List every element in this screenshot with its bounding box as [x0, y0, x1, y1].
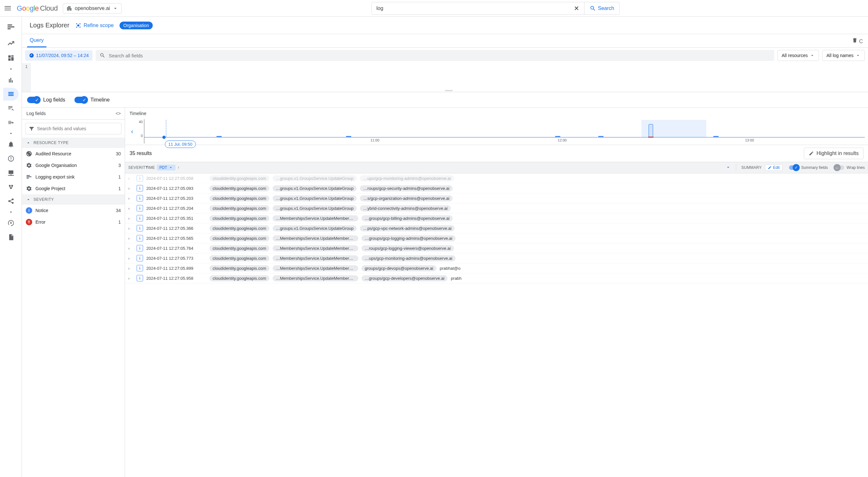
- resource-pill[interactable]: …ups/gcp-monitoring-admins@openobserve.a…: [360, 175, 454, 181]
- method-pill[interactable]: …groups.v1.GroupsService.UpdateGroup: [273, 195, 357, 202]
- highlight-button[interactable]: Highlight in results: [804, 148, 864, 159]
- expand-row-icon[interactable]: ›: [128, 186, 133, 191]
- method-pill[interactable]: …groups.v1.GroupsService.UpdateGroup: [273, 175, 357, 181]
- nav-metrics-icon[interactable]: [3, 37, 19, 50]
- service-pill[interactable]: cloudidentity.googleapis.com: [210, 235, 269, 241]
- method-pill[interactable]: …MembershipsService.UpdateMembership: [273, 235, 358, 241]
- service-pill[interactable]: cloudidentity.googleapis.com: [210, 255, 269, 261]
- timeline-bar[interactable]: [598, 136, 603, 137]
- refine-scope-button[interactable]: Refine scope: [75, 22, 114, 29]
- log-row[interactable]: ›i2024-07-11 12:27:05.204cloudidentity.g…: [125, 203, 868, 213]
- nav-log-analytics-icon[interactable]: [3, 102, 19, 115]
- wrap-lines-toggle[interactable]: [835, 165, 844, 170]
- field-item[interactable]: Logging export sink1: [22, 171, 125, 183]
- nav-logging-icon[interactable]: [2, 19, 20, 35]
- expand-row-icon[interactable]: ›: [128, 226, 133, 231]
- expand-row-icon[interactable]: ›: [128, 176, 133, 181]
- global-search-input[interactable]: [372, 2, 569, 14]
- log-row[interactable]: ›i2024-07-11 12:27:05.565cloudidentity.g…: [125, 233, 868, 243]
- method-pill[interactable]: …MembershipsService.UpdateMembership: [273, 265, 358, 271]
- time-range-button[interactable]: 11/07/2024, 09:52 – 14:24: [25, 50, 92, 61]
- clear-search-icon[interactable]: ✕: [569, 2, 584, 14]
- log-row[interactable]: ›i2024-07-11 12:27:05.773cloudidentity.g…: [125, 253, 868, 263]
- search-all-fields[interactable]: [96, 50, 774, 61]
- log-row[interactable]: ›i2024-07-11 12:27:05.093cloudidentity.g…: [125, 183, 868, 193]
- expand-row-icon[interactable]: ›: [128, 196, 133, 201]
- resource-pill[interactable]: …ups/gcp-monitoring-admins@openobserve.a…: [362, 255, 456, 261]
- timeline-plot[interactable]: 11 Jul, 09:50 11:00 12:00 13:00: [144, 119, 865, 143]
- expand-row-icon[interactable]: ›: [128, 266, 133, 271]
- fields-search[interactable]: [25, 123, 121, 135]
- resource-pill[interactable]: groups/gcp-devops@openobserve.ai: [362, 265, 437, 271]
- nav-bars-icon[interactable]: [3, 73, 19, 86]
- service-pill[interactable]: cloudidentity.googleapis.com: [210, 185, 269, 191]
- nav-bell-icon[interactable]: [3, 138, 19, 151]
- service-pill[interactable]: cloudidentity.googleapis.com: [210, 175, 269, 181]
- clear-query-button[interactable]: C: [852, 37, 863, 44]
- nav-uptime-icon[interactable]: [3, 152, 19, 165]
- resource-pill[interactable]: …ps/gcp-vpc-network-admins@openobserve.a…: [360, 225, 455, 231]
- method-pill[interactable]: …MembershipsService.UpdateMembership: [273, 255, 358, 261]
- method-pill[interactable]: …MembershipsService.UpdateMembership: [273, 275, 358, 281]
- nav-import-icon[interactable]: [3, 216, 19, 230]
- project-picker[interactable]: openobserve.ai: [63, 3, 122, 13]
- nav-monitor-icon[interactable]: [3, 166, 19, 179]
- service-pill[interactable]: cloudidentity.googleapis.com: [210, 265, 269, 271]
- nav-groups-icon[interactable]: [3, 180, 19, 193]
- summary-fields-toggle[interactable]: [789, 165, 799, 170]
- method-pill[interactable]: …groups.v1.GroupsService.UpdateGroup: [273, 185, 357, 191]
- resources-dropdown[interactable]: All resources: [777, 50, 819, 61]
- resource-pill[interactable]: …groups/gcp-billing-admins@openobserve.a…: [362, 215, 453, 221]
- log-row[interactable]: ›i2024-07-11 12:27:05.958cloudidentity.g…: [125, 273, 868, 283]
- service-pill[interactable]: cloudidentity.googleapis.com: [210, 205, 269, 211]
- resource-pill[interactable]: …groups/gcp-developers@openobserve.ai: [362, 275, 447, 281]
- timeline-bar[interactable]: [555, 136, 560, 137]
- timeline-bar-selected[interactable]: [649, 124, 653, 137]
- expand-row-icon[interactable]: ›: [128, 256, 133, 261]
- timeline-prev-icon[interactable]: ‹: [128, 119, 136, 143]
- query-editor[interactable]: 1: [22, 63, 868, 92]
- service-pill[interactable]: cloudidentity.googleapis.com: [210, 215, 269, 221]
- field-item[interactable]: !!Error1: [22, 216, 125, 228]
- fields-search-input[interactable]: [37, 126, 118, 131]
- expand-row-icon[interactable]: ›: [128, 216, 133, 221]
- expand-row-icon[interactable]: ›: [128, 276, 133, 281]
- method-pill[interactable]: …groups.v1.GroupsService.UpdateGroup: [273, 205, 357, 211]
- sort-asc-icon[interactable]: ↑: [178, 165, 180, 170]
- field-item[interactable]: iNotice34: [22, 205, 125, 216]
- nav-links-icon[interactable]: [3, 195, 19, 208]
- nav-router-icon[interactable]: [3, 116, 19, 129]
- method-pill[interactable]: …MembershipsService.UpdateMembership: [273, 215, 358, 221]
- timeline-chart[interactable]: ‹ 40 0 11 Jul, 09:50: [125, 119, 868, 145]
- log-row[interactable]: ›i2024-07-11 12:27:05.058cloudidentity.g…: [125, 173, 868, 183]
- service-pill[interactable]: cloudidentity.googleapis.com: [210, 275, 269, 281]
- timeline-toggle[interactable]: ✓: [74, 97, 87, 103]
- resource-pill[interactable]: …roups/gcp-security-admins@openobserve.a…: [360, 185, 453, 191]
- resource-pill[interactable]: …roups/gcp-logging-viewers@openobserve.a…: [362, 245, 454, 251]
- log-row[interactable]: ›i2024-07-11 12:27:05.366cloudidentity.g…: [125, 223, 868, 233]
- nav-dashboard-icon[interactable]: [3, 52, 19, 64]
- field-item[interactable]: Audited Resource30: [22, 148, 125, 159]
- expand-panel-icon[interactable]: < >: [116, 111, 120, 116]
- nav-doc-icon[interactable]: [3, 231, 19, 244]
- service-pill[interactable]: cloudidentity.googleapis.com: [210, 245, 269, 251]
- method-pill[interactable]: …groups.v1.GroupsService.UpdateGroup: [273, 225, 357, 231]
- field-group-header[interactable]: SEVERITY: [22, 195, 125, 205]
- menu-icon[interactable]: [4, 4, 11, 12]
- log-row[interactable]: ›i2024-07-11 12:27:05.764cloudidentity.g…: [125, 243, 868, 253]
- field-group-header[interactable]: RESOURCE TYPE: [22, 138, 125, 148]
- timeline-bar[interactable]: [713, 136, 718, 137]
- service-pill[interactable]: cloudidentity.googleapis.com: [210, 195, 269, 202]
- lognames-dropdown[interactable]: All log names: [822, 50, 865, 61]
- field-item[interactable]: Google Organisation3: [22, 159, 125, 171]
- expand-row-icon[interactable]: ›: [128, 246, 133, 251]
- method-pill[interactable]: …MembershipsService.UpdateMembership: [273, 245, 358, 251]
- scope-badge[interactable]: Organisation: [120, 22, 153, 29]
- time-column-menu[interactable]: [725, 165, 731, 171]
- search-button[interactable]: Search: [584, 2, 620, 14]
- edit-summary-button[interactable]: Edit: [765, 165, 783, 171]
- log-row[interactable]: ›i2024-07-11 12:27:05.899cloudidentity.g…: [125, 263, 868, 273]
- timeline-bar[interactable]: [346, 136, 351, 137]
- log-fields-toggle[interactable]: ✓: [27, 97, 40, 103]
- resource-pill[interactable]: …groups/gcp-logging-admins@openobserve.a…: [362, 235, 456, 241]
